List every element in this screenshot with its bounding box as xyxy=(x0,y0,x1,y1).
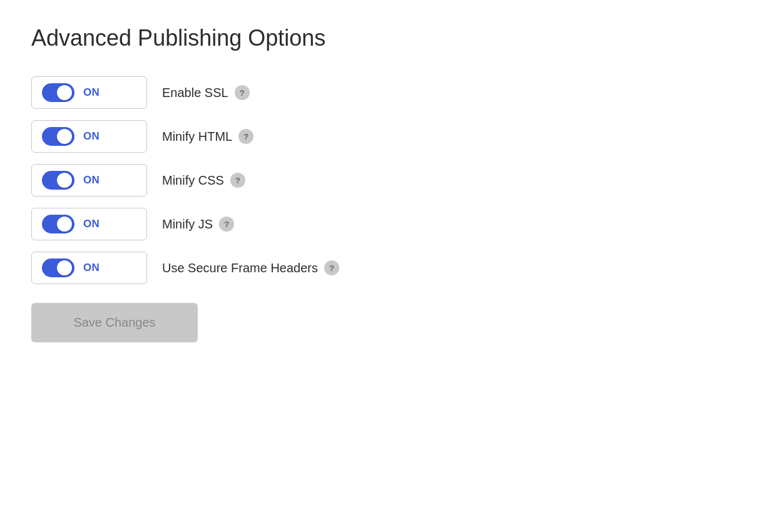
setting-row-minify-js: ON Minify JS ? xyxy=(31,208,745,240)
help-icon-minify-html[interactable]: ? xyxy=(238,129,253,144)
setting-name-minify-css: Minify CSS ? xyxy=(162,173,245,188)
toggle-container-secure-frame-headers[interactable]: ON xyxy=(31,252,147,284)
setting-row-secure-frame-headers: ON Use Secure Frame Headers ? xyxy=(31,252,745,284)
setting-name-minify-js: Minify JS ? xyxy=(162,217,234,232)
toggle-container-minify-css[interactable]: ON xyxy=(31,164,147,197)
toggle-container-minify-html[interactable]: ON xyxy=(31,120,147,153)
setting-name-secure-frame-headers: Use Secure Frame Headers ? xyxy=(162,260,339,275)
toggle-switch-secure-frame-headers[interactable] xyxy=(42,258,74,277)
toggle-container-minify-js[interactable]: ON xyxy=(31,208,147,240)
toggle-switch-minify-js[interactable] xyxy=(42,215,74,233)
toggle-label-secure-frame-headers: ON xyxy=(83,262,100,274)
save-changes-button[interactable]: Save Changes xyxy=(31,303,198,342)
toggle-label-minify-js: ON xyxy=(83,218,100,230)
toggle-switch-minify-css[interactable] xyxy=(42,171,74,190)
toggle-label-minify-html: ON xyxy=(83,130,100,143)
toggle-label-enable-ssl: ON xyxy=(83,86,100,99)
setting-name-minify-html: Minify HTML ? xyxy=(162,129,253,144)
settings-list: ON Enable SSL ? ON Minify HTML ? xyxy=(31,76,745,284)
toggle-switch-minify-html[interactable] xyxy=(42,127,74,146)
page-title: Advanced Publishing Options xyxy=(31,25,745,51)
help-icon-secure-frame-headers[interactable]: ? xyxy=(324,260,339,275)
toggle-container-enable-ssl[interactable]: ON xyxy=(31,76,147,109)
setting-row-enable-ssl: ON Enable SSL ? xyxy=(31,76,745,109)
toggle-label-minify-css: ON xyxy=(83,174,100,187)
help-icon-enable-ssl[interactable]: ? xyxy=(235,85,250,100)
help-icon-minify-js[interactable]: ? xyxy=(219,217,234,232)
toggle-switch-enable-ssl[interactable] xyxy=(42,83,74,102)
setting-row-minify-css: ON Minify CSS ? xyxy=(31,164,745,197)
setting-name-enable-ssl: Enable SSL ? xyxy=(162,85,250,100)
help-icon-minify-css[interactable]: ? xyxy=(230,173,245,188)
setting-row-minify-html: ON Minify HTML ? xyxy=(31,120,745,153)
